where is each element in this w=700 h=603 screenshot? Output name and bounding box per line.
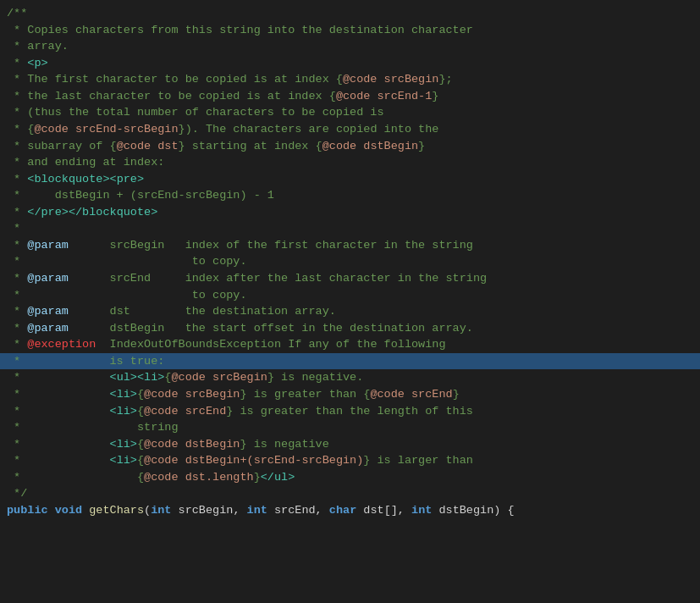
comment: * [7, 320, 27, 337]
line-17: * @param srcEnd index after the last cha… [0, 270, 700, 287]
comment: IndexOutOfBoundsException If any of the … [96, 336, 445, 353]
line-4: * <p> [0, 55, 700, 72]
comment: } is negative. [267, 369, 363, 386]
line-14: * [0, 220, 700, 237]
comment: { [137, 452, 144, 469]
line-25: * <li>{@code srcEnd} is greater than the… [0, 403, 700, 420]
html-tag: </ul> [261, 469, 295, 486]
function-name: getChars [89, 502, 144, 519]
comment: * [7, 171, 27, 188]
code-inline: @code srcEnd [144, 403, 226, 420]
html-tag: </pre></blockquote> [27, 204, 157, 221]
comment: */ [7, 485, 27, 502]
line-24: * <li>{@code srcBegin} is greater than {… [0, 386, 700, 403]
line-11: * <blockquote><pre> [0, 171, 700, 188]
line-18: * to copy. [0, 287, 700, 304]
comment: * [7, 270, 27, 287]
line-5: * The first character to be copied is at… [0, 71, 700, 88]
code-inline: @code srcEnd [370, 386, 452, 403]
comment: } starting at index { [179, 138, 322, 155]
line-22: * is true: [0, 353, 700, 370]
keyword-char: char [329, 502, 356, 519]
javadoc-param: @param [27, 270, 69, 287]
comment: * [7, 237, 27, 254]
line-3: * array. [0, 38, 700, 55]
comment: }; [438, 71, 452, 88]
line-28: * <li>{@code dstBegin+(srcEnd-srcBegin)}… [0, 452, 700, 469]
line-19: * @param dst the destination array. [0, 303, 700, 320]
comment: * to copy. [7, 287, 247, 304]
keyword-int-2: int [247, 502, 267, 519]
html-tag: <li> [110, 403, 137, 420]
line-10: * and ending at index: [0, 154, 700, 171]
code-inline: @code srcBegin [343, 71, 438, 88]
comment: * { [7, 469, 144, 486]
line-20: * @param dstBegin the start offset in th… [0, 320, 700, 337]
comment: * The first character to be copied is at… [7, 71, 343, 88]
comment: } is greater than the length of this [226, 403, 473, 420]
line-29: * {@code dst.length}</ul> [0, 469, 700, 486]
line-30: */ [0, 485, 700, 502]
comment: { [137, 436, 144, 453]
comment: * subarray of { [7, 138, 117, 155]
comment: * [7, 369, 110, 386]
comment: dstBegin the start offset in the destina… [69, 320, 473, 337]
line-15: * @param srcBegin index of the first cha… [0, 237, 700, 254]
comment: * array. [7, 38, 69, 55]
comment: * [7, 303, 27, 320]
comment: }). The characters are copied into the [179, 121, 439, 138]
line-9: * subarray of {@code dst} starting at in… [0, 138, 700, 155]
keyword-public: public [7, 502, 48, 519]
line-13: * </pre></blockquote> [0, 204, 700, 221]
code-inline: @code dstBegin [322, 138, 418, 155]
comment: } is larger than [363, 452, 473, 469]
line-7: * (thus the total number of characters t… [0, 104, 700, 121]
code-inline: @code srcEnd-srcBegin [34, 121, 178, 138]
comment: { [164, 369, 171, 386]
comment: * to copy. [7, 253, 247, 270]
javadoc-param: @param [27, 320, 69, 337]
comment: * string [7, 419, 179, 436]
comment: * [7, 403, 110, 420]
html-tag: <blockquote><pre> [27, 171, 144, 188]
comment: } [453, 386, 460, 403]
line-31: public void getChars(int srcBegin, int s… [0, 502, 700, 519]
comment-start: /** [7, 5, 27, 22]
comment: { [137, 403, 144, 420]
comment: * Copies characters from this string int… [7, 22, 473, 39]
html-tag: <p> [27, 55, 47, 72]
comment: } [254, 469, 261, 486]
line-27: * <li>{@code dstBegin} is negative [0, 436, 700, 453]
line-1: /** [0, 5, 700, 22]
comment: srcEnd index after the last character in… [69, 270, 487, 287]
comment: * { [7, 121, 34, 138]
line-16: * to copy. [0, 253, 700, 270]
line-23: * <ul><li>{@code srcBegin} is negative. [0, 369, 700, 386]
comment: * [7, 436, 110, 453]
comment: { [137, 386, 144, 403]
comment: * [7, 204, 27, 221]
line-21: * @exception IndexOutOfBoundsException I… [0, 336, 700, 353]
line-12: * dstBegin + (srcEnd-srcBegin) - 1 [0, 187, 700, 204]
comment: srcBegin index of the first character in… [69, 237, 473, 254]
html-tag: <ul><li> [110, 369, 165, 386]
comment: * (thus the total number of characters t… [7, 104, 384, 121]
javadoc-param: @param [27, 237, 69, 254]
code-inline: @code srcEnd-1 [336, 88, 432, 105]
line-2: * Copies characters from this string int… [0, 22, 700, 39]
comment: } [418, 138, 425, 155]
line-6: * the last character to be copied is at … [0, 88, 700, 105]
javadoc-param: @param [27, 303, 69, 320]
comment: * the last character to be copied is at … [7, 88, 336, 105]
comment: * [7, 336, 27, 353]
code-inline: @code srcBegin [144, 386, 240, 403]
comment: * [7, 386, 110, 403]
comment: } is negative [240, 436, 328, 453]
code-inline: @code dst [117, 138, 179, 155]
code-inline: @code srcBegin [171, 369, 267, 386]
keyword-void: void [55, 502, 82, 519]
keyword-int-1: int [151, 502, 171, 519]
code-inline: @code dst.length [144, 469, 254, 486]
line-26: * string [0, 419, 700, 436]
comment: } [432, 88, 438, 105]
